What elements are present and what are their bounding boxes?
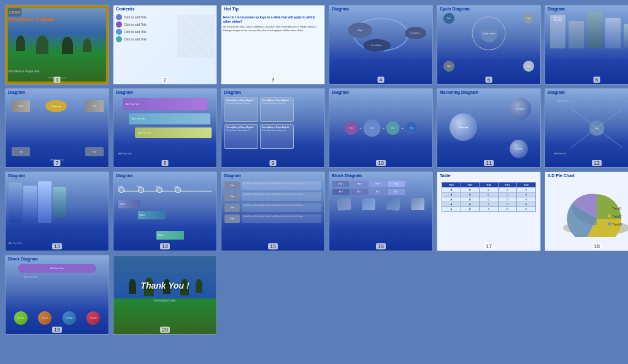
svg-text:Trend1: Trend1 [612, 207, 622, 210]
slide9-box2: TrendyBoy is Deep-Digital... Content and… [260, 97, 294, 122]
slide17-label: Table [440, 173, 451, 178]
slide11-number: 11 [484, 160, 494, 166]
slide14-dot2 [138, 187, 144, 193]
slide5-number: 5 [485, 77, 492, 83]
slide19-label-a: Add Your Text [24, 276, 37, 278]
slide14-label: Diagram [116, 173, 133, 178]
slide-14[interactable]: Diagram 2001 2002 2003 2004 Ribbon Ribbo… [113, 172, 217, 251]
slide14-timeline [118, 191, 212, 192]
slide4-oval1: Title [348, 23, 372, 38]
slide13-number: 13 [52, 243, 62, 249]
slide-17[interactable]: Table TitleTitleTitleTitleTitle ABCDE AB… [437, 172, 541, 251]
slide1-subtitle: Your name or slogan here [8, 70, 40, 73]
slide12-number: 12 [592, 160, 602, 166]
slide19-circles: Concept Concept Concept Concept [9, 311, 105, 325]
slide14-number: 14 [160, 243, 170, 249]
slide-20[interactable]: LOGO Thank You ! www.logo0.com 20 [113, 255, 217, 335]
slide3-number: 3 [269, 77, 276, 83]
slide9-box4: TrendyBoy is Deep-Digital... Sub content… [260, 124, 294, 149]
slide6-bar5 [624, 24, 628, 48]
slide8-number: 8 [161, 160, 168, 166]
slide-19[interactable]: Block Diagram Add Your Text Add Your Tex… [5, 255, 109, 335]
slide-9[interactable]: Diagram TrendyBoy is Deep-Digital... Con… [221, 88, 325, 168]
slide10-number: 10 [376, 160, 386, 166]
slide14-dot4 [175, 187, 181, 193]
slide13-text: Add Your Text [9, 242, 22, 245]
slide2-label: Contents [116, 7, 134, 11]
slide7-server1: Server [12, 100, 30, 112]
slide11-sphere2: Concept [450, 113, 477, 141]
slide4-label: Diagram [332, 7, 349, 11]
slide1-number: 1 [53, 77, 60, 83]
slide8-layer1: Add Your Text [123, 98, 207, 110]
slide11-sphere3: Concept [510, 140, 528, 158]
slide19-top-box: Add Your Text [18, 264, 96, 273]
slide-3[interactable]: Hot Tip How do I incorporate my logo to … [221, 5, 325, 85]
slide8-layer3: Add Your Text [135, 127, 212, 138]
slide-10[interactable]: Diagram Text Text Text Text 10 [329, 88, 433, 168]
slide3-question: How do I incorporate my logo to a slide … [223, 15, 323, 23]
slide9-number: 9 [269, 160, 276, 166]
slide15-blocks: Title TrendyBoy is Deep-Digital Content … [224, 181, 321, 223]
slide7-concept: Concept [45, 100, 67, 112]
slide19-label: Block Diagram [8, 257, 38, 261]
slide7-db1: Text [12, 147, 30, 156]
slide17-table: TitleTitleTitleTitleTitle ABCDE ABCDE AB… [442, 182, 536, 212]
slide16-grid: Step 1 Step 2 Step 3 Step 4 MCY MCY MCY … [332, 181, 429, 210]
slide5-outer-ring: Cycle name [472, 17, 506, 50]
slide6-bar4 [605, 18, 621, 48]
slide15-number: 15 [268, 243, 278, 249]
slide-18[interactable]: 3-D Pie Chart Trend1 [545, 172, 628, 251]
slide4-number: 4 [377, 77, 384, 83]
slide9-box3: TrendyBoy is Deep-Digital... Sub content… [224, 124, 258, 149]
slide17-table-wrap: TitleTitleTitleTitleTitle ABCDE ABCDE AB… [437, 172, 540, 215]
slide-7[interactable]: Diagram Server Concept Text Text Text Ad… [5, 88, 109, 168]
slide5-c4: Task [523, 61, 534, 72]
slide10-circles: Text Text Text Text [345, 119, 418, 137]
slide-5[interactable]: Cycle Diagram Cycle name Task Task Task … [437, 5, 541, 85]
slide19-number: 19 [52, 327, 62, 333]
slide14-ribbon3: Ribbon [156, 231, 184, 240]
slide18-label: 3-D Pie Chart [548, 173, 575, 178]
slide14-dot3 [156, 187, 163, 193]
slide-2[interactable]: Contents Click to add Title Click to add… [113, 5, 217, 85]
slide7-server2: Text [85, 100, 104, 112]
slide18-chart-area: Trend1 Trend2 Trend3 [545, 181, 628, 245]
slide16-block4 [411, 198, 424, 210]
slide-15[interactable]: Diagram Title TrendyBoy is Deep-Digital … [221, 172, 325, 251]
slide1-logo: LOGO [8, 8, 21, 17]
slide17-number: 17 [484, 243, 494, 249]
slide7-db2: Text [85, 147, 104, 156]
slide15-label: Diagram [224, 173, 241, 178]
slide6-bar1: Add YourTitle Task [550, 15, 565, 48]
svg-line-1 [597, 108, 622, 128]
slide-16[interactable]: Block Diagram Step 1 Step 2 Step 3 Step … [329, 172, 433, 251]
slide-4[interactable]: Diagram Title TrendyBoy... TrendyBoy... … [329, 5, 433, 85]
slide20-thankyou-text: Thank You ! [140, 281, 189, 290]
slide14-ribbon2: Ribbon [138, 211, 166, 219]
slide18-pie-svg: Trend1 Trend2 Trend3 [557, 188, 628, 237]
slide8-label: Diagram [116, 90, 133, 94]
svg-line-0 [571, 108, 597, 128]
slide5-label: Cycle Diagram [440, 7, 470, 11]
slide-12[interactable]: Diagram Text Add Your Text Add Your Text… [545, 88, 628, 168]
slide9-label: Diagram [224, 90, 241, 94]
slide16-block2 [362, 198, 375, 210]
slide10-label: Diagram [332, 90, 349, 94]
slide5-c2: Task [523, 13, 534, 24]
slide11-label: Marketing Diagram [440, 90, 478, 94]
slide20-number: 20 [160, 327, 170, 333]
slide16-block3 [386, 197, 400, 211]
slide16-number: 16 [376, 243, 386, 249]
slide5-c1: Task [443, 13, 454, 24]
svg-text:Trend3: Trend3 [612, 222, 622, 226]
slide20-url: www.logo0.com [154, 298, 175, 302]
svg-rect-10 [608, 222, 611, 226]
slide-6[interactable]: Diagram Add YourTitle Task 6 [545, 5, 628, 85]
slide-13[interactable]: Diagram Add Your Text 13 [5, 172, 109, 251]
slide-11[interactable]: Marketing Diagram Concept Concept Concep… [437, 88, 541, 168]
slide-1[interactable]: LOGO PowerPoint Template Your name or sl… [5, 5, 109, 85]
slide8-layer2: Add Your Text [129, 113, 210, 124]
svg-line-3 [597, 128, 622, 148]
slide-8[interactable]: Diagram Add Your Text Add Your Text Add … [113, 88, 217, 168]
